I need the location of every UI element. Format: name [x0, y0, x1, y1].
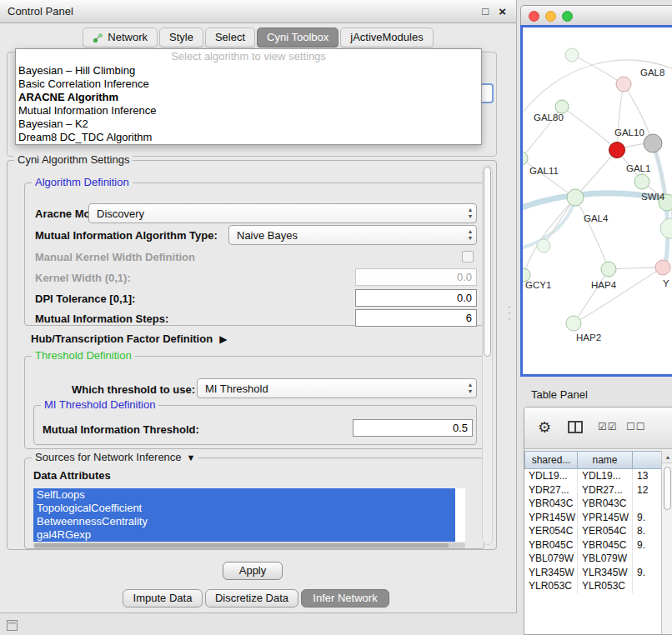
node-label: GAL4: [584, 213, 609, 223]
table-row[interactable]: YDR27... YDR27... 12: [524, 483, 672, 498]
network-window-titlebar[interactable]: [520, 5, 672, 25]
tab-network[interactable]: Network: [83, 28, 158, 48]
network-node[interactable]: [567, 189, 584, 206]
table-row[interactable]: YLR053C YLR053C: [524, 579, 672, 593]
tab-label: Style: [169, 28, 193, 47]
network-node[interactable]: [634, 174, 649, 189]
table-scrollbar[interactable]: ▲: [661, 451, 672, 634]
combo-arrows-icon: ▴▾: [469, 228, 472, 242]
tab-label: Select: [215, 28, 245, 47]
cell: 9.: [633, 511, 663, 525]
dropdown-item[interactable]: Basic Correlation Inference: [16, 78, 481, 91]
attribute-item-selected[interactable]: TopologicalCoefficient: [33, 502, 455, 515]
float-window-icon[interactable]: □: [482, 5, 489, 18]
algorithm-definition-group: Algorithm Definition Aracne Mode: Discov…: [24, 182, 484, 326]
list-horizontal-scrollbar[interactable]: [33, 542, 465, 548]
node-label: Y: [663, 278, 669, 288]
close-traffic-icon[interactable]: [529, 11, 539, 22]
dropdown-placeholder: Select algorithm to view settings: [16, 49, 481, 64]
table-row[interactable]: YER054C YER054C 8.: [524, 524, 672, 538]
node-label: SWI4: [641, 192, 665, 202]
dropdown-item-selected[interactable]: ARACNE Algorithm: [16, 91, 481, 104]
zoom-traffic-icon[interactable]: [562, 11, 573, 22]
network-node[interactable]: [660, 218, 672, 238]
mi-steps-label: Mutual Information Steps:: [35, 312, 168, 325]
tab-select[interactable]: Select: [205, 28, 255, 48]
dropdown-item[interactable]: Mutual Information Inference: [16, 104, 481, 118]
combo-arrows-icon: ▴▾: [469, 207, 472, 220]
tab-label: Cyni Toolbox: [267, 28, 328, 47]
table-row[interactable]: YPR145W YPR145W 9.: [524, 511, 672, 525]
cell: [633, 552, 663, 566]
mi-threshold-label: Mutual Information Threshold:: [43, 423, 199, 436]
table-row[interactable]: YDL19... YDL19... 13: [524, 469, 672, 483]
node-label: GAL8: [640, 68, 664, 78]
tab-style[interactable]: Style: [159, 28, 203, 48]
network-node[interactable]: [555, 100, 569, 113]
network-node[interactable]: [537, 239, 550, 252]
network-canvas[interactable]: GAL8 GAL80 GAL10 GAL11 GAL1 SWI4 GAL4 GC…: [520, 25, 672, 377]
select-all-icon[interactable]: ☑☑: [598, 421, 618, 432]
scroll-up-icon[interactable]: ▲: [662, 451, 672, 463]
tab-impute-data[interactable]: Impute Data: [123, 589, 203, 608]
table-row[interactable]: YLR345W YLR345W 9.: [524, 566, 672, 580]
network-node[interactable]: [655, 260, 670, 275]
cell: [633, 497, 663, 511]
dropdown-item[interactable]: Dream8 DC_TDC Algorithm: [16, 131, 481, 144]
kernel-width-input[interactable]: [355, 268, 477, 286]
settings-scrollbar-thumb[interactable]: [484, 167, 491, 357]
node-label: GAL1: [626, 163, 650, 173]
table-panel: ⚙ ☑☑ ☐☐ shared... name YDL19... YDL19...…: [524, 407, 672, 635]
aracne-mode-combo[interactable]: Discovery ▴▾: [88, 203, 477, 223]
mi-steps-input[interactable]: [355, 309, 477, 327]
apply-button[interactable]: Apply: [223, 562, 283, 580]
network-node-gray[interactable]: [644, 134, 662, 152]
tab-label: jActiveModules: [350, 28, 423, 47]
attribute-item-selected[interactable]: BetweennessCentrality: [33, 515, 455, 528]
minimize-traffic-icon[interactable]: [545, 11, 556, 22]
columns-icon[interactable]: [568, 421, 583, 437]
column-header-partial[interactable]: [633, 451, 663, 469]
network-node[interactable]: [601, 262, 616, 277]
cell: 12: [633, 483, 663, 498]
tab-infer-network[interactable]: Infer Network: [301, 589, 389, 608]
close-icon[interactable]: ×: [499, 4, 506, 18]
tab-cyni-toolbox[interactable]: Cyni Toolbox: [257, 28, 339, 48]
control-panel-titlebar: Control Panel □ ×: [0, 0, 516, 23]
node-label: GAL11: [529, 166, 559, 176]
gear-icon[interactable]: ⚙: [538, 418, 551, 437]
minimized-panel-icon[interactable]: [7, 620, 18, 631]
network-node[interactable]: [616, 77, 631, 92]
table-scrollbar-thumb[interactable]: [664, 467, 671, 510]
column-header-shared-name[interactable]: shared...: [524, 451, 578, 469]
mi-threshold-input[interactable]: [353, 419, 473, 437]
mi-type-combo[interactable]: Naive Bayes ▴▾: [228, 225, 477, 245]
node-label: GCY1: [525, 280, 551, 290]
network-node[interactable]: [566, 316, 581, 331]
dropdown-item[interactable]: Bayesian – Hill Climbing: [16, 64, 481, 78]
table-row[interactable]: YBL079W YBL079W: [524, 552, 672, 566]
network-node[interactable]: [565, 48, 579, 62]
dropdown-item[interactable]: Bayesian – K2: [16, 118, 481, 131]
network-node-red[interactable]: [609, 142, 625, 158]
mi-type-label: Mutual Information Algorithm Type:: [35, 229, 218, 242]
panel-splitter-grip[interactable]: ···: [505, 303, 514, 322]
table-row[interactable]: YBR045C YBR045C 9.: [524, 538, 672, 552]
manual-kernel-checkbox[interactable]: [462, 251, 474, 262]
sources-title-text: Sources for Network Inference: [35, 451, 182, 463]
sources-group: Sources for Network Inference ▼ Data Att…: [24, 458, 484, 549]
cell: YDR27...: [578, 483, 633, 498]
attribute-item-selected[interactable]: SelfLoops: [33, 488, 455, 502]
which-threshold-combo[interactable]: MI Threshold ▴▾: [197, 378, 477, 398]
column-header-name[interactable]: name: [578, 451, 633, 469]
deselect-all-icon[interactable]: ☐☐: [626, 421, 646, 432]
cell: YER054C: [524, 524, 578, 538]
sources-group-title[interactable]: Sources for Network Inference ▼: [32, 451, 198, 463]
hub-definition-toggle[interactable]: Hub/Transcription Factor Definition ▶: [31, 332, 227, 345]
attribute-item-selected[interactable]: gal4RGexp: [33, 528, 455, 542]
table-row[interactable]: YBR043C YBR043C: [524, 497, 672, 511]
tab-discretize-data[interactable]: Discretize Data: [205, 589, 298, 608]
tab-jactivemodules[interactable]: jActiveModules: [340, 28, 433, 48]
settings-scrollbar[interactable]: [482, 165, 493, 545]
dpi-tolerance-input[interactable]: [355, 289, 477, 307]
